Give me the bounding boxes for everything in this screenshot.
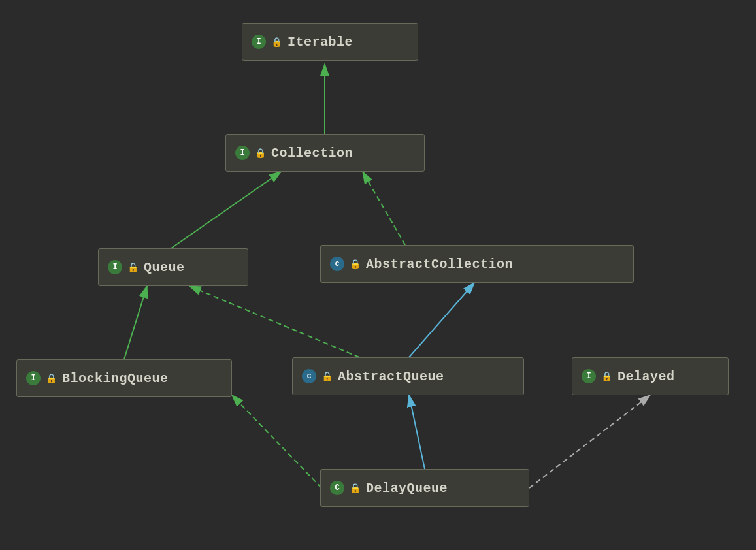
node-delayqueue[interactable]: C 🔒 DelayQueue [320, 469, 529, 507]
label-collection: Collection [271, 146, 353, 161]
badge-delayqueue: C [330, 481, 344, 495]
badge-abstractqueue: C [302, 369, 316, 383]
badge-delayed: I [582, 369, 596, 383]
lock-icon-abstractcollection: 🔒 [350, 259, 361, 270]
diagram-container: I 🔒 Iterable I 🔒 Collection I 🔒 Queue C … [0, 0, 756, 550]
label-iterable: Iterable [288, 35, 353, 50]
node-delayed[interactable]: I 🔒 Delayed [572, 357, 729, 395]
svg-line-6 [363, 172, 405, 245]
svg-line-5 [171, 172, 281, 248]
lock-icon-iterable: 🔒 [271, 37, 282, 48]
badge-collection: I [235, 146, 250, 160]
label-blockingqueue: BlockingQueue [62, 371, 169, 386]
node-queue[interactable]: I 🔒 Queue [98, 248, 248, 286]
svg-line-12 [529, 395, 650, 488]
svg-line-10 [409, 395, 425, 469]
lock-icon-abstractqueue: 🔒 [321, 371, 333, 382]
node-abstractcollection[interactable]: C 🔒 AbstractCollection [320, 245, 634, 283]
lock-icon-blockingqueue: 🔒 [46, 373, 57, 384]
node-blockingqueue[interactable]: I 🔒 BlockingQueue [16, 359, 232, 397]
node-iterable[interactable]: I 🔒 Iterable [242, 23, 418, 61]
badge-queue: I [108, 260, 122, 274]
svg-line-8 [189, 286, 359, 357]
lock-icon-collection: 🔒 [255, 148, 266, 159]
badge-iterable: I [252, 35, 266, 49]
label-abstractcollection: AbstractCollection [366, 257, 513, 272]
node-abstractqueue[interactable]: C 🔒 AbstractQueue [292, 357, 524, 395]
node-collection[interactable]: I 🔒 Collection [225, 134, 425, 172]
badge-blockingqueue: I [26, 371, 41, 385]
svg-line-11 [232, 395, 321, 488]
badge-abstractcollection: C [330, 257, 344, 271]
svg-line-7 [124, 286, 147, 359]
label-delayqueue: DelayQueue [366, 481, 448, 496]
label-delayed: Delayed [617, 369, 675, 384]
lock-icon-delayed: 🔒 [601, 371, 612, 382]
lock-icon-queue: 🔒 [127, 262, 139, 273]
lock-icon-delayqueue: 🔒 [350, 483, 361, 494]
label-queue: Queue [144, 260, 185, 275]
label-abstractqueue: AbstractQueue [338, 369, 444, 384]
svg-line-9 [409, 283, 474, 357]
